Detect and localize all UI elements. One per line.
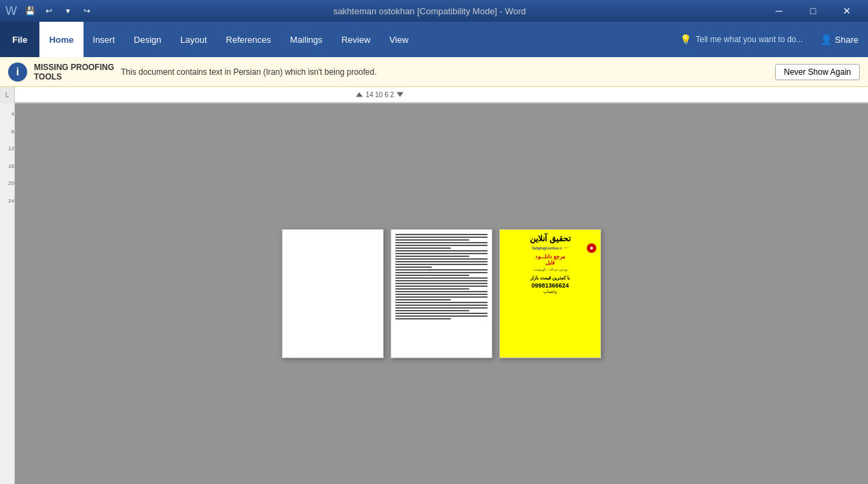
undo-btn[interactable]: ↩ — [40, 2, 58, 20]
tab-view[interactable]: View — [380, 22, 418, 57]
ad-arrow: ← — [564, 245, 569, 251]
title-bar: W 💾 ↩ ▾ ↪ sakhteman ostokhan [Compatibil… — [0, 0, 868, 22]
text-line — [395, 299, 451, 300]
text-line — [395, 245, 488, 246]
tab-home[interactable]: Home — [39, 22, 83, 57]
notification-icon: i — [8, 63, 27, 82]
text-line — [395, 305, 488, 306]
tab-mailings[interactable]: Mailings — [281, 22, 332, 57]
text-line — [395, 307, 488, 309]
ad-subtitle3: ورد-پی دی اف - پاورپوینت — [504, 267, 596, 271]
vertical-ruler-numbers: 4 8 12 16 20 24 — [0, 103, 14, 206]
text-line — [395, 302, 488, 303]
ad-content: تحقیق آنلاین Tahghighonline.ir ← مرجع دا… — [500, 230, 600, 298]
tell-me-box[interactable]: 💡 Tell me what you want to do... — [672, 22, 811, 57]
tab-references[interactable]: References — [217, 22, 281, 57]
page2-content — [391, 230, 492, 325]
text-line — [395, 313, 488, 314]
ad-subtitle2: فایل — [504, 260, 596, 266]
save-quickaccess-btn[interactable]: 💾 — [21, 2, 39, 20]
text-line — [395, 266, 432, 268]
notification-message: This document contains text in Persian (… — [121, 67, 768, 77]
document-canvas: تحقیق آنلاین Tahghighonline.ir ← مرجع دا… — [15, 103, 868, 484]
window-controls: ─ □ ✕ — [763, 0, 863, 22]
text-line — [395, 264, 488, 265]
vertical-ruler: 4 8 12 16 20 24 — [0, 103, 15, 484]
text-line — [395, 294, 488, 295]
text-line — [395, 283, 488, 284]
ruler-row: L 14 10 6 2 — [0, 87, 868, 103]
quick-access-toolbar: 💾 ↩ ▾ ↪ — [21, 2, 96, 20]
main-area: 4 8 12 16 20 24 — [0, 103, 868, 484]
text-line — [395, 280, 488, 281]
close-btn[interactable]: ✕ — [831, 0, 863, 22]
ad-url-row: Tahghighonline.ir ← — [504, 245, 596, 251]
ad-phone: 09981366624 — [504, 282, 596, 289]
text-line — [395, 269, 488, 271]
file-tab[interactable]: File — [0, 22, 39, 57]
text-line — [395, 250, 488, 252]
tab-design[interactable]: Design — [124, 22, 170, 57]
ribbon: File Home Insert Design Layout Reference… — [0, 22, 868, 57]
ruler-numbers: 14 10 6 2 — [365, 91, 394, 99]
notification-title: MISSING PROOFING TOOLS — [34, 63, 114, 82]
text-line — [395, 310, 469, 311]
ad-suffix: واتساپ — [504, 289, 596, 294]
ad-logo-dot — [587, 243, 596, 253]
ad-url: Tahghighonline.ir — [531, 246, 562, 250]
text-line — [395, 296, 488, 298]
text-line — [395, 237, 488, 238]
text-line — [395, 239, 469, 241]
document-page-1 — [282, 229, 384, 358]
tab-review[interactable]: Review — [332, 22, 380, 57]
text-line — [395, 253, 488, 254]
text-line — [395, 318, 451, 319]
text-line — [395, 242, 488, 243]
maximize-btn[interactable]: □ — [797, 0, 829, 22]
ruler-triangle-right — [397, 92, 403, 97]
text-line — [395, 258, 488, 260]
share-btn[interactable]: 👤 Share — [811, 22, 868, 57]
notification-bar: i MISSING PROOFING TOOLS This document c… — [0, 57, 868, 87]
text-line — [395, 288, 469, 290]
ad-subtitle1: مرجع دانلـــود — [504, 254, 596, 260]
ruler-markers: 14 10 6 2 — [356, 91, 403, 99]
minimize-btn[interactable]: ─ — [763, 0, 795, 22]
ad-cta: با کمترین قیمت بازار — [504, 275, 596, 281]
tab-layout[interactable]: Layout — [171, 22, 217, 57]
redo-btn[interactable]: ↪ — [78, 2, 96, 20]
undo-dropdown-btn[interactable]: ▾ — [59, 2, 77, 20]
text-line — [395, 277, 488, 279]
window-title: sakhteman ostokhan [Compatibility Mode] … — [96, 6, 763, 16]
ruler-triangle-left — [356, 92, 363, 97]
text-line — [395, 315, 488, 317]
title-bar-left: W 💾 ↩ ▾ ↪ — [5, 2, 96, 20]
text-line — [395, 275, 469, 276]
ruler-corner[interactable]: L — [0, 87, 15, 103]
text-line — [395, 272, 488, 273]
document-page-2 — [391, 229, 492, 358]
ad-title: تحقیق آنلاین — [504, 234, 596, 243]
app-icon: W — [5, 4, 17, 18]
tab-insert[interactable]: Insert — [84, 22, 125, 57]
text-line — [395, 247, 451, 249]
ad-logo-dot-inner — [590, 247, 593, 249]
never-show-again-btn[interactable]: Never Show Again — [775, 64, 860, 80]
text-line — [395, 256, 469, 257]
text-line — [395, 261, 488, 262]
text-line — [395, 286, 488, 287]
document-page-3: تحقیق آنلاین Tahghighonline.ir ← مرجع دا… — [499, 229, 601, 358]
text-line — [395, 291, 488, 292]
horizontal-ruler: 14 10 6 2 — [15, 87, 868, 103]
text-line — [395, 234, 488, 235]
